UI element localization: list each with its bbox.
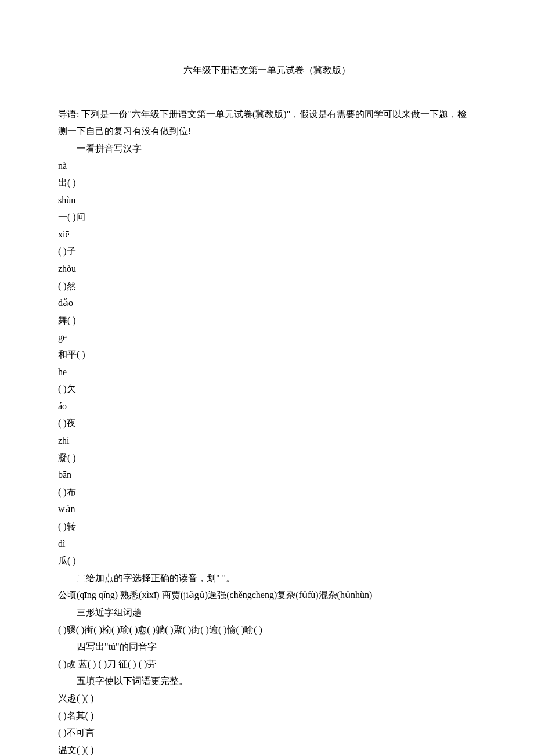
pinyin-item: hē <box>58 363 476 381</box>
section-4-content: ( )改 蓝( ) ( )刀 征( ) ( )劳 <box>58 656 476 673</box>
blank-item: ( )布 <box>58 484 476 501</box>
pinyin-item: gē <box>58 329 476 346</box>
pinyin-item: dǎo <box>58 294 476 312</box>
blank-item: 和平( ) <box>58 346 476 363</box>
pinyin-item: shùn <box>58 192 476 209</box>
pinyin-item: dì <box>58 535 476 553</box>
blank-item: ( )子 <box>58 243 476 260</box>
intro-paragraph: 导语: 下列是一份"六年级下册语文第一单元试卷(冀教版)"，假设是有需要的同学可… <box>58 106 476 140</box>
section-4-heading: 四写出"tú"的同音字 <box>58 638 476 656</box>
blank-item: ( )夜 <box>58 415 476 432</box>
pinyin-item: áo <box>58 398 476 415</box>
blank-item: 出( ) <box>58 174 476 192</box>
section-1-heading: 一看拼音写汉字 <box>58 140 476 157</box>
section-5-item: 温文( )( ) <box>58 741 476 756</box>
section-3-content: ( )骤( )衔( )榆( )瑜( )愈( )躺( )聚( )街( )逾( )愉… <box>58 621 476 639</box>
section-2-heading: 二给加点的字选择正确的读音，划" "。 <box>58 570 476 587</box>
document-page: 六年级下册语文第一单元试卷（冀教版） 导语: 下列是一份"六年级下册语文第一单元… <box>0 0 534 756</box>
pinyin-item: wǎn <box>58 501 476 518</box>
pinyin-item: zhòu <box>58 260 476 278</box>
blank-item: ( )欠 <box>58 380 476 398</box>
section-3-heading: 三形近字组词趟 <box>58 604 476 621</box>
blank-item: ( )转 <box>58 518 476 535</box>
section-5-heading: 五填字使以下词语更完整。 <box>58 672 476 690</box>
section-2-content: 公顷(qīng qǐng) 熟悉(xìxī) 商贾(jiǎgǔ)逞强(chěng… <box>58 586 476 604</box>
blank-item: 瓜( ) <box>58 552 476 570</box>
page-title: 六年级下册语文第一单元试卷（冀教版） <box>58 64 476 77</box>
section-5-item: 兴趣( )( ) <box>58 690 476 707</box>
blank-item: 一( )间 <box>58 208 476 226</box>
pinyin-item: bān <box>58 466 476 484</box>
blank-item: 凝( ) <box>58 449 476 467</box>
pinyin-item: xiē <box>58 226 476 243</box>
section-5-item: ( )名其( ) <box>58 707 476 725</box>
pinyin-item: nà <box>58 157 476 175</box>
blank-item: 舞( ) <box>58 312 476 329</box>
blank-item: ( )然 <box>58 278 476 295</box>
section-5-item: ( )不可言 <box>58 724 476 741</box>
pinyin-item: zhì <box>58 432 476 449</box>
